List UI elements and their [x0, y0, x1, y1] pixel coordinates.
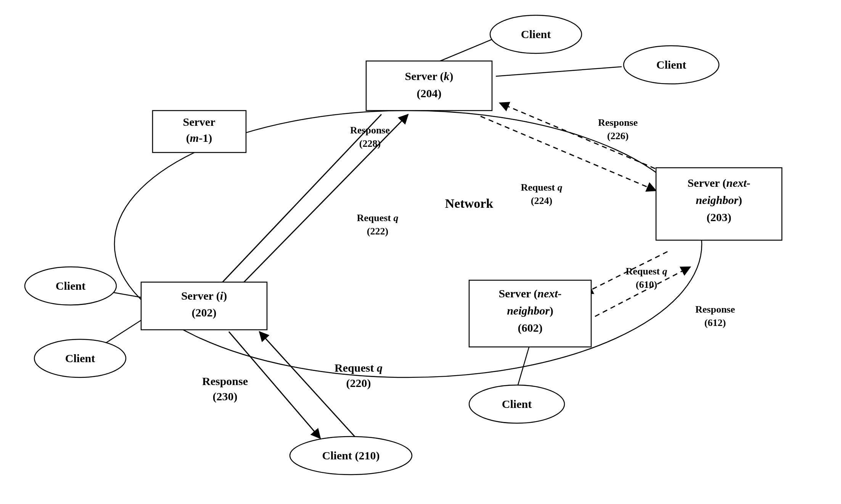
client-210: Client (210) [290, 437, 412, 475]
svg-text:Request q: Request q [521, 182, 562, 193]
svg-text:(226): (226) [607, 130, 629, 141]
svg-text:(610): (610) [636, 279, 657, 290]
server-next-neighbor-203: Server (next- neighbor) (203) [656, 168, 782, 240]
server-i-202: Server (i) (202) [141, 282, 267, 330]
svg-rect-3 [366, 61, 492, 111]
network-diagram: Server (m-1) Server (k) (204) Server (i)… [0, 0, 841, 504]
svg-text:(612): (612) [704, 317, 726, 328]
svg-text:Request q: Request q [357, 212, 398, 223]
svg-text:neighbor): neighbor) [507, 304, 553, 317]
svg-text:(602): (602) [518, 321, 543, 334]
label-request-222: Request q (222) [357, 212, 398, 237]
label-response-226: Response (226) [598, 117, 638, 141]
svg-text:Response: Response [202, 375, 248, 387]
client-top-1: Client [490, 15, 582, 53]
network-label: Network [445, 196, 494, 210]
label-response-228: Response (228) [350, 125, 390, 149]
svg-text:Server (next-: Server (next- [687, 177, 750, 189]
svg-text:Client: Client [56, 279, 85, 292]
arrow-response-226 [500, 103, 671, 175]
label-request-224: Request q (224) [521, 182, 562, 206]
client-top-2: Client [624, 46, 719, 84]
client-left-1: Client [25, 267, 116, 305]
server-next-neighbor-602: Server (next- neighbor) (602) [469, 280, 591, 347]
svg-text:(224): (224) [531, 195, 552, 206]
svg-text:(222): (222) [367, 226, 388, 237]
svg-text:(228): (228) [359, 138, 381, 149]
svg-text:Client: Client [656, 58, 686, 71]
svg-text:Response: Response [350, 125, 390, 136]
svg-text:Server (i): Server (i) [181, 289, 227, 302]
label-request-610: Request q (610) [626, 266, 667, 290]
server-m-minus-1: Server (m-1) [153, 111, 246, 152]
link-serverk-client2 [496, 67, 622, 76]
svg-text:Client: Client [521, 28, 551, 40]
svg-text:Response: Response [598, 117, 638, 128]
client-bottom-right: Client [469, 385, 564, 423]
svg-text:Server (next-: Server (next- [498, 287, 561, 300]
svg-text:neighbor): neighbor) [696, 194, 742, 207]
svg-text:Server  (k): Server (k) [405, 70, 453, 83]
svg-text:Client: Client [502, 398, 532, 410]
client-left-2: Client [34, 339, 126, 377]
svg-text:Client (210): Client (210) [322, 449, 380, 462]
svg-text:(202): (202) [192, 306, 217, 319]
arrow-request-222 [236, 114, 408, 290]
svg-text:Request q: Request q [334, 361, 383, 374]
label-response-230: Response (230) [202, 375, 248, 403]
svg-text:Request q: Request q [626, 266, 667, 277]
server-k-204: Server (k) (204) [366, 61, 492, 111]
svg-text:(m-1): (m-1) [186, 132, 212, 144]
svg-text:(203): (203) [707, 211, 732, 224]
svg-text:Response: Response [695, 304, 735, 315]
svg-text:(204): (204) [417, 87, 442, 100]
svg-text:Client: Client [65, 352, 95, 364]
label-response-612: Response (612) [695, 304, 735, 328]
svg-text:(220): (220) [346, 377, 371, 390]
svg-text:(230): (230) [213, 390, 238, 403]
svg-text:Server: Server [183, 116, 215, 128]
